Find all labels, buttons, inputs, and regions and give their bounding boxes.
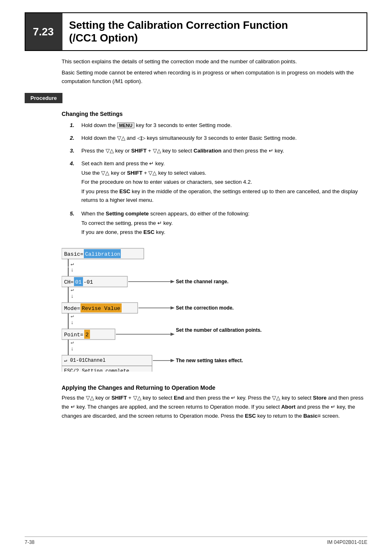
- svg-marker-39: [171, 333, 175, 336]
- svg-text:↵  01-01Channel: ↵ 01-01Channel: [64, 358, 106, 363]
- applying-section: Applying the Changes and Returning to Op…: [62, 384, 367, 421]
- changing-settings-title: Changing the Settings: [62, 111, 367, 117]
- svg-text:CH=: CH=: [64, 279, 74, 285]
- diagram-svg: Basic= Calibration ↵ ↓ CH= 01 -01 Set th…: [62, 244, 292, 372]
- step-3-num: 3.: [70, 147, 81, 155]
- footer: 7-38 IM 04P02B01-01E: [25, 536, 367, 545]
- section-title: Setting the Calibration Correction Funct…: [62, 13, 295, 50]
- svg-text:↓: ↓: [71, 267, 74, 273]
- section-number: 7.23: [25, 13, 62, 50]
- step-3: 3. Press the ▽△ key or SHIFT + ▽△ key to…: [70, 147, 367, 155]
- step-1: 1. Hold down the MENU key for 3 seconds …: [70, 121, 367, 130]
- applying-text: Press the ▽△ key or SHIFT + ▽△ key to se…: [62, 393, 367, 421]
- menu-key: MENU: [117, 123, 134, 128]
- svg-marker-27: [171, 306, 175, 310]
- svg-marker-15: [171, 280, 175, 283]
- svg-text:↵: ↵: [71, 340, 74, 345]
- step-4-num: 4.: [70, 160, 81, 206]
- footer-left: 7-38: [25, 539, 35, 545]
- svg-text:↓: ↓: [71, 319, 74, 326]
- svg-text:Mode=: Mode=: [64, 305, 80, 312]
- svg-text:↵: ↵: [71, 313, 74, 319]
- svg-text:-01: -01: [83, 279, 93, 285]
- step-4: 4. Set each item and press the ↵ key. Us…: [70, 160, 367, 206]
- page: 7.23 Setting the Calibration Correction …: [0, 0, 392, 555]
- svg-text:01: 01: [75, 279, 82, 285]
- step-1-num: 1.: [70, 121, 81, 130]
- svg-text:2: 2: [85, 332, 89, 338]
- step-2-num: 2.: [70, 134, 81, 143]
- intro-p2: Basic Setting mode cannot be entered whe…: [62, 69, 367, 86]
- steps-list: 1. Hold down the MENU key for 3 seconds …: [70, 121, 367, 238]
- svg-text:Set the channel range.: Set the channel range.: [176, 279, 228, 284]
- svg-text:Set the correction mode.: Set the correction mode.: [176, 305, 234, 311]
- step-5: 5. When the Setting complete screen appe…: [70, 210, 367, 238]
- svg-text:ESC/?  Setting complete: ESC/? Setting complete: [64, 368, 129, 372]
- svg-text:↵: ↵: [71, 287, 74, 293]
- footer-right: IM 04P02B01-01E: [327, 539, 367, 545]
- svg-text:↓: ↓: [71, 293, 74, 299]
- svg-text:↵: ↵: [71, 261, 74, 267]
- step-3-content: Press the ▽△ key or SHIFT + ▽△ key to se…: [81, 147, 367, 155]
- svg-marker-51: [171, 359, 175, 362]
- svg-text:Set the number of calibration : Set the number of calibration points.: [176, 327, 262, 333]
- intro-text: This section explains the details of set…: [62, 58, 367, 86]
- applying-title: Applying the Changes and Returning to Op…: [62, 384, 367, 391]
- step-2: 2. Hold down the ▽△ and ◁▷ keys simultan…: [70, 134, 367, 143]
- step-5-num: 5.: [70, 210, 81, 238]
- svg-text:Calibration: Calibration: [85, 251, 120, 257]
- procedure-label: Procedure: [25, 93, 62, 103]
- diagram: Basic= Calibration ↵ ↓ CH= 01 -01 Set th…: [62, 244, 367, 373]
- step-2-content: Hold down the ▽△ and ◁▷ keys simultaneou…: [81, 134, 367, 143]
- svg-text:↓: ↓: [71, 346, 74, 352]
- svg-text:Basic=: Basic=: [64, 251, 83, 257]
- svg-text:Revise Value: Revise Value: [82, 305, 120, 312]
- step-5-content: When the Setting complete screen appears…: [81, 210, 367, 238]
- step-1-content: Hold down the MENU key for 3 seconds to …: [81, 121, 367, 130]
- intro-p1: This section explains the details of set…: [62, 58, 367, 66]
- svg-text:Point=: Point=: [64, 332, 83, 338]
- step-4-content: Set each item and press the ↵ key. Use t…: [81, 160, 367, 206]
- svg-text:The new setting takes effect.: The new setting takes effect.: [176, 358, 243, 363]
- section-header: 7.23 Setting the Calibration Correction …: [25, 12, 367, 51]
